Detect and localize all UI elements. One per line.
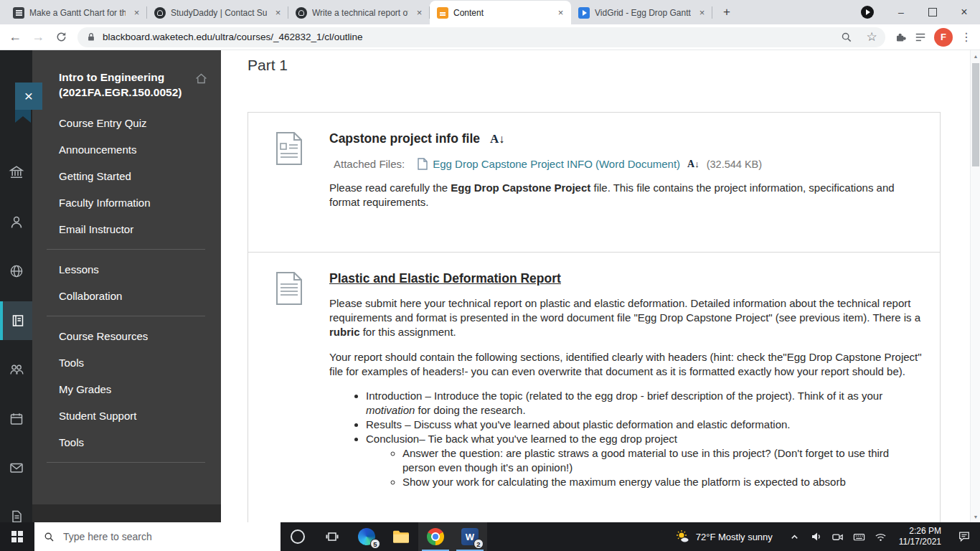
course-title-line2: (2021FA.EGR.150.0052) (59, 85, 194, 100)
ally-alternative-formats-icon[interactable]: A (687, 159, 699, 170)
vertical-scrollbar[interactable] (970, 50, 980, 522)
tab-gantt-chart[interactable]: Make a Gantt Chart for the e (6, 1, 147, 24)
menu-divider (47, 316, 205, 316)
clock-time: 2:26 PM (899, 526, 941, 537)
course-title[interactable]: Intro to Engineering (2021FA.EGR.150.005… (59, 70, 194, 100)
course-title-line1: Intro to Engineering (59, 70, 194, 85)
touch-keyboard-icon[interactable] (849, 522, 870, 551)
page-title: Part 1 (248, 57, 288, 74)
sidebar-item-my-grades[interactable]: My Grades (32, 376, 221, 402)
content-item-capstone-info: Capstone project info file A Attached Fi… (248, 112, 941, 253)
home-icon[interactable] (194, 72, 208, 88)
content-item-deformation-report: Plastic and Elastic Deformation Report P… (248, 252, 941, 522)
sidebar-item-lessons[interactable]: Lessons (32, 256, 221, 283)
tab-studydaddy-contact[interactable]: StudyDaddy | Contact Suppo (147, 1, 288, 24)
sub-bullet-show-work: Show your work for calculating the maxim… (402, 475, 919, 489)
search-input[interactable] (62, 530, 251, 543)
tab-close-icon[interactable] (131, 6, 143, 19)
activity-globe-icon[interactable] (0, 252, 32, 291)
tab-close-icon[interactable] (555, 6, 567, 19)
extensions-puzzle-icon[interactable] (891, 28, 910, 47)
close-window-button[interactable] (948, 0, 980, 24)
sidebar-item-student-support[interactable]: Student Support (32, 402, 221, 429)
chrome-button[interactable] (418, 522, 453, 551)
task-view-button[interactable] (315, 522, 349, 551)
messages-icon[interactable] (0, 448, 32, 487)
profile-icon[interactable] (0, 203, 32, 242)
attached-files-label: Attached Files: (329, 158, 405, 170)
courses-icon[interactable] (0, 301, 32, 340)
tab-content-active[interactable]: Content (430, 1, 571, 24)
tab-title: VidGrid - Egg Drop Gantt Ch (595, 8, 691, 18)
taskbar-clock[interactable]: 2:26 PM 11/17/2021 (892, 526, 948, 547)
ally-alternative-formats-icon[interactable]: A (490, 132, 504, 146)
weather-widget[interactable]: 72°F Mostly sunny (664, 529, 784, 544)
chrome-icon (427, 528, 444, 545)
sidebar-item-tools-2[interactable]: Tools (32, 429, 221, 456)
bookmark-star-icon[interactable] (862, 28, 881, 47)
profile-avatar[interactable]: F (934, 28, 953, 47)
sidebar-item-announcements[interactable]: Announcements (32, 136, 221, 163)
word-button[interactable]: W 2 (453, 522, 487, 551)
action-center-button[interactable] (948, 530, 980, 543)
sidebar-item-getting-started[interactable]: Getting Started (32, 163, 221, 189)
meet-now-camera-icon[interactable] (827, 522, 849, 551)
attached-file-link[interactable]: Egg Drop Capstone Project INFO (Word Doc… (433, 158, 680, 170)
forward-icon[interactable] (27, 27, 49, 47)
course-menu-panel: Intro to Engineering (2021FA.EGR.150.005… (32, 50, 221, 504)
tab-technical-report[interactable]: Write a technical report of tw (288, 1, 430, 24)
studydaddy-favicon (296, 7, 307, 19)
screen: Make a Gantt Chart for the e StudyDaddy … (0, 0, 980, 551)
download-arrow-icon (499, 133, 504, 146)
file-explorer-button[interactable] (384, 522, 418, 551)
sidebar-item-faculty-information[interactable]: Faculty Information (32, 189, 221, 216)
vidgrid-favicon (578, 7, 590, 19)
assignment-title-link[interactable]: Plastic and Elastic Deformation Report (329, 271, 561, 286)
blackboard-page: Intro to Engineering (2021FA.EGR.150.005… (0, 50, 980, 522)
content-item-title: Capstone project info file (329, 131, 480, 146)
sidebar-item-course-entry-quiz[interactable]: Course Entry Quiz (32, 110, 221, 136)
clock-date: 11/17/2021 (899, 537, 941, 547)
minimize-button[interactable] (885, 0, 917, 24)
conclusion-sub-list: Answer the question: are plastic straws … (366, 446, 919, 489)
speaker-icon[interactable] (806, 522, 827, 551)
scroll-up-arrow[interactable] (971, 50, 980, 62)
window-controls (861, 0, 980, 24)
reload-icon[interactable] (50, 27, 72, 47)
tab-title: Make a Gantt Chart for the e (29, 8, 126, 18)
tab-title: Write a technical report of tw (312, 8, 408, 18)
maximize-button[interactable] (917, 0, 948, 24)
tray-chevron-icon[interactable] (784, 522, 806, 551)
sidebar-item-email-instructor[interactable]: Email Instructor (32, 216, 221, 242)
cortana-button[interactable] (281, 522, 315, 551)
ally-letter: A (687, 159, 694, 170)
sidebar-item-collaboration[interactable]: Collaboration (32, 283, 221, 309)
close-menu-button[interactable] (15, 83, 42, 110)
tab-close-icon[interactable] (272, 6, 284, 19)
document-icon (275, 131, 329, 252)
institution-icon[interactable] (0, 153, 32, 192)
tab-close-icon[interactable] (413, 6, 425, 19)
back-icon[interactable] (4, 27, 26, 47)
zoom-icon[interactable] (837, 28, 856, 47)
edge-button[interactable]: 5 (349, 522, 384, 551)
scroll-down-arrow[interactable] (971, 511, 980, 522)
groups-icon[interactable] (0, 350, 32, 389)
calendar-icon[interactable] (0, 400, 32, 438)
tab-vidgrid[interactable]: VidGrid - Egg Drop Gantt Ch (571, 1, 712, 24)
sidebar-item-tools[interactable]: Tools (32, 349, 221, 376)
sidebar-item-course-resources[interactable]: Course Resources (32, 323, 221, 349)
media-control-icon[interactable] (861, 6, 874, 19)
new-tab-button[interactable] (717, 2, 737, 22)
reading-list-icon[interactable] (911, 28, 930, 47)
taskbar-search[interactable] (34, 522, 281, 551)
maximize-icon (928, 8, 937, 17)
start-button[interactable] (0, 522, 34, 551)
weather-text: 72°F Mostly sunny (696, 532, 773, 542)
scrollbar-thumb[interactable] (972, 63, 979, 166)
address-bar[interactable]: blackboard.waketech.edu/ultra/courses/_4… (77, 27, 885, 47)
network-icon[interactable] (870, 522, 892, 551)
tab-close-icon[interactable] (696, 6, 708, 19)
browser-menu-icon[interactable] (957, 28, 976, 47)
bullet-conclusion: Conclusion– Tie back what you've learned… (366, 432, 925, 489)
